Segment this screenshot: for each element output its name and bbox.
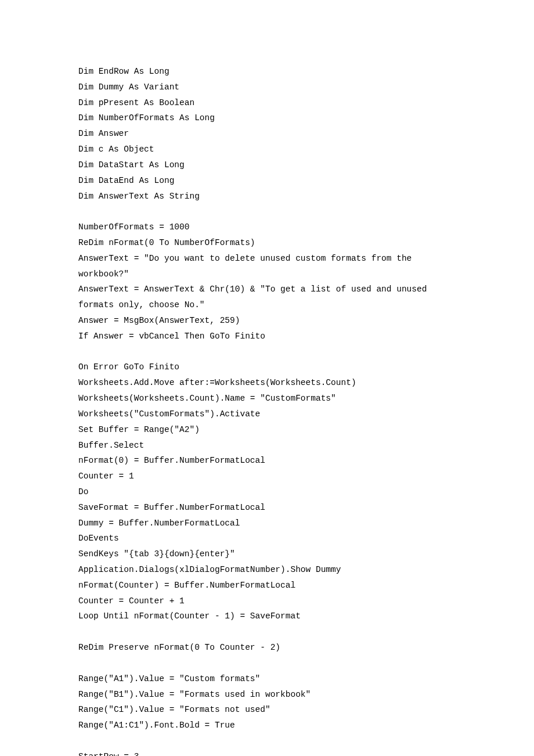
blank-line — [78, 656, 459, 671]
code-line: Do — [78, 484, 459, 500]
code-line: Dim pPresent As Boolean — [78, 95, 459, 111]
code-line: Dim DataStart As Long — [78, 157, 459, 173]
code-line: NumberOfFormats = 1000 — [78, 219, 459, 235]
code-line: Dummy = Buffer.NumberFormatLocal — [78, 516, 459, 531]
code-line: Worksheets("CustomFormats").Activate — [78, 406, 459, 422]
code-line: Dim DataEnd As Long — [78, 173, 459, 189]
code-block: Dim EndRow As LongDim Dummy As VariantDi… — [78, 64, 459, 756]
code-line: SendKeys "{tab 3}{down}{enter}" — [78, 546, 459, 562]
code-line: Answer = MsgBox(AnswerText, 259) — [78, 313, 459, 329]
code-line: Worksheets(Worksheets.Count).Name = "Cus… — [78, 391, 459, 406]
code-line: Dim Dummy As Variant — [78, 80, 459, 95]
code-line: On Error GoTo Finito — [78, 359, 459, 375]
code-line: Counter = 1 — [78, 469, 459, 484]
code-line: Set Buffer = Range("A2") — [78, 422, 459, 438]
code-document-page: Dim EndRow As LongDim Dummy As VariantDi… — [0, 0, 534, 756]
code-line: Worksheets.Add.Move after:=Worksheets(Wo… — [78, 375, 459, 391]
code-line: DoEvents — [78, 531, 459, 546]
code-line: Range("A1").Value = "Custom formats" — [78, 671, 459, 687]
code-line: ReDim nFormat(0 To NumberOfFormats) — [78, 235, 459, 251]
code-line: Dim AnswerText As String — [78, 189, 459, 204]
code-line: nFormat(0) = Buffer.NumberFormatLocal — [78, 453, 459, 469]
code-line: Dim Answer — [78, 126, 459, 142]
code-line: Dim c As Object — [78, 142, 459, 157]
code-line: Application.Dialogs(xlDialogFormatNumber… — [78, 562, 459, 578]
code-line: AnswerText = "Do you want to delete unus… — [78, 251, 459, 282]
code-line: If Answer = vbCancel Then GoTo Finito — [78, 329, 459, 344]
code-line: Dim EndRow As Long — [78, 64, 459, 80]
code-line: Dim NumberOfFormats As Long — [78, 110, 459, 126]
code-line: AnswerText = AnswerText & Chr(10) & "To … — [78, 282, 459, 313]
code-line: Buffer.Select — [78, 438, 459, 453]
blank-line — [78, 344, 459, 360]
code-line: nFormat(Counter) = Buffer.NumberFormatLo… — [78, 578, 459, 593]
code-line: SaveFormat = Buffer.NumberFormatLocal — [78, 500, 459, 516]
blank-line — [78, 204, 459, 219]
code-line: Loop Until nFormat(Counter - 1) = SaveFo… — [78, 609, 459, 624]
code-line: StartRow = 3 — [78, 749, 459, 756]
code-line: Range("A1:C1").Font.Bold = True — [78, 718, 459, 733]
code-line: Range("C1").Value = "Formats not used" — [78, 702, 459, 718]
blank-line — [78, 733, 459, 749]
blank-line — [78, 624, 459, 640]
code-line: ReDim Preserve nFormat(0 To Counter - 2) — [78, 640, 459, 656]
code-line: Range("B1").Value = "Formats used in wor… — [78, 687, 459, 703]
code-line: Counter = Counter + 1 — [78, 593, 459, 609]
